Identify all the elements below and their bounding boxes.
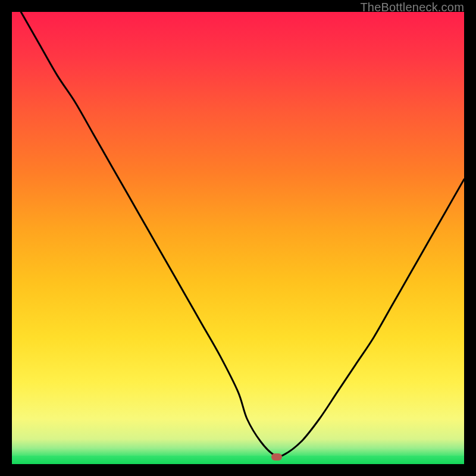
curve-layer bbox=[12, 12, 464, 464]
bottleneck-curve bbox=[21, 12, 464, 457]
plot-frame bbox=[12, 12, 464, 464]
optimal-point-marker bbox=[271, 453, 282, 461]
